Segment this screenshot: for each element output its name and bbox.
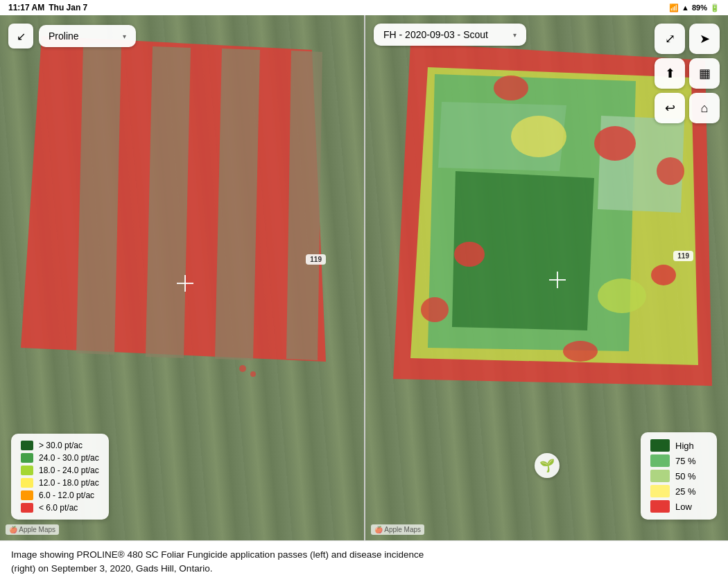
- svg-point-21: [511, 116, 566, 157]
- legend-right-item-1: High: [650, 439, 707, 452]
- legend-left: > 30.0 pt/ac 24.0 - 30.0 pt/ac 18.0 - 24…: [11, 434, 109, 520]
- legend-right-color-4: [650, 485, 670, 497]
- back-icon: ↙: [17, 30, 26, 43]
- scout-label: FH - 2020-09-03 - Scout: [383, 29, 488, 40]
- legend-item-6: < 6.0 pt/ac: [21, 503, 99, 513]
- legend-label-2: 24.0 - 30.0 pt/ac: [39, 453, 99, 463]
- back-layers-icon: ↩: [665, 100, 675, 116]
- battery-icon: 🔋: [710, 3, 720, 12]
- svg-point-22: [598, 278, 646, 313]
- layers-icon: ⬆: [665, 66, 675, 81]
- legend-right-label-1: High: [675, 441, 694, 451]
- time: 11:17 AM: [8, 3, 44, 12]
- legend-right-label-3: 50 %: [675, 471, 696, 481]
- status-bar: 11:17 AM Thu Jan 7 📶 ▲ 89% 🔋: [0, 0, 728, 15]
- legend-right-label-2: 75 %: [675, 456, 696, 466]
- chevron-down-icon: ▾: [123, 33, 126, 40]
- legend-label-1: > 30.0 pt/ac: [39, 441, 83, 450]
- legend-right-color-2: [650, 454, 670, 467]
- date: Thu Jan 7: [49, 3, 87, 12]
- fullscreen-button[interactable]: ⤢: [655, 24, 685, 54]
- legend-right-item-4: 25 %: [650, 485, 707, 497]
- chevron-down-icon-right: ▾: [513, 31, 517, 39]
- legend-color-5: [21, 490, 33, 500]
- battery-pct: 89%: [692, 3, 707, 12]
- crosshair-right: [549, 272, 566, 288]
- svg-point-20: [563, 341, 598, 362]
- maps-logo-right: 🍎: [374, 526, 383, 533]
- wifi-icon: ▲: [682, 3, 689, 12]
- legend-label-5: 6.0 - 12.0 pt/ac: [39, 490, 94, 500]
- svg-point-16: [651, 265, 676, 285]
- caption-bar: Image showing PROLINE® 480 SC Foliar Fun…: [0, 540, 728, 584]
- back-button[interactable]: ↙: [8, 24, 33, 48]
- legend-right-label-4: 25 %: [675, 486, 696, 497]
- maps-attribution-right: 🍎 Apple Maps: [371, 524, 424, 535]
- svg-point-7: [250, 371, 256, 377]
- legend-label-6: < 6.0 pt/ac: [39, 503, 78, 513]
- toolbar-row-3: ↩ ⌂: [655, 93, 720, 123]
- legend-right-item-5: Low: [650, 500, 707, 513]
- legend-item-2: 24.0 - 30.0 pt/ac: [21, 453, 99, 463]
- svg-point-6: [239, 365, 246, 372]
- proline-dropdown[interactable]: Proline ▾: [39, 25, 136, 47]
- left-field-overlay: [7, 29, 347, 403]
- legend-color-1: [21, 441, 33, 450]
- signal-icon: 📶: [669, 3, 679, 12]
- map-right[interactable]: FH - 2020-09-03 - Scout ▾ ⤢ ➤ ⬆ ▦: [364, 15, 728, 540]
- svg-marker-5: [286, 51, 322, 360]
- svg-marker-3: [146, 46, 191, 358]
- legend-right-label-5: Low: [675, 502, 692, 512]
- legend-color-2: [21, 453, 33, 463]
- navigate-button[interactable]: ➤: [689, 24, 720, 54]
- road-badge-right: 119: [673, 251, 693, 261]
- toolbar-row-2: ⬆ ▦: [655, 58, 720, 89]
- navigate-icon: ➤: [700, 31, 710, 46]
- svg-point-19: [421, 297, 449, 322]
- status-bar-left: 11:17 AM Thu Jan 7: [8, 3, 87, 12]
- legend-item-4: 12.0 - 18.0 pt/ac: [21, 478, 99, 488]
- grid-button[interactable]: ▦: [689, 58, 720, 89]
- grid-icon: ▦: [699, 66, 711, 81]
- fullscreen-icon: ⤢: [665, 31, 675, 46]
- legend-label-4: 12.0 - 18.0 pt/ac: [39, 478, 99, 488]
- scout-plant-icon: 🌱: [539, 458, 555, 473]
- legend-item-5: 6.0 - 12.0 pt/ac: [21, 490, 99, 500]
- maps-attribution-left: 🍎 Apple Maps: [6, 524, 59, 535]
- status-bar-right: 📶 ▲ 89% 🔋: [669, 3, 720, 12]
- maps-container: ↙ Proline ▾ 119 > 30.0 pt/ac 24.0 - 30.0…: [0, 15, 728, 540]
- road-badge-left: 119: [306, 254, 326, 265]
- legend-right-color-3: [650, 470, 670, 482]
- legend-right-color-5: [650, 500, 670, 513]
- legend-color-6: [21, 503, 33, 513]
- legend-right-color-1: [650, 439, 670, 452]
- map-header-left: ↙ Proline ▾: [8, 24, 356, 48]
- legend-item-3: 18.0 - 24.0 pt/ac: [21, 466, 99, 475]
- scout-button[interactable]: 🌱: [535, 453, 560, 478]
- svg-marker-4: [215, 48, 260, 360]
- legend-right-item-3: 50 %: [650, 470, 707, 482]
- crosshair-left: [177, 275, 193, 292]
- legend-color-4: [21, 478, 33, 488]
- svg-point-17: [494, 76, 528, 100]
- maps-logo-left: 🍎: [9, 526, 17, 533]
- layers-button[interactable]: ⬆: [655, 58, 685, 89]
- toolbar-row-1: ⤢ ➤: [655, 24, 720, 54]
- proline-label: Proline: [49, 30, 79, 42]
- map-left[interactable]: ↙ Proline ▾ 119 > 30.0 pt/ac 24.0 - 30.0…: [0, 15, 364, 540]
- scout-dropdown[interactable]: FH - 2020-09-03 - Scout ▾: [374, 24, 526, 46]
- legend-right-item-2: 75 %: [650, 454, 707, 467]
- legend-item-1: > 30.0 pt/ac: [21, 441, 99, 450]
- map-toolbar-right: ⤢ ➤ ⬆ ▦ ↩ ⌂: [655, 24, 720, 123]
- legend-right: High 75 % 50 % 25 % Low: [641, 432, 717, 520]
- caption-line1: Image showing PROLINE® 480 SC Foliar Fun…: [11, 549, 424, 560]
- svg-marker-2: [76, 43, 121, 355]
- legend-label-3: 18.0 - 24.0 pt/ac: [39, 466, 99, 475]
- svg-point-15: [454, 242, 485, 267]
- home-button[interactable]: ⌂: [689, 93, 720, 123]
- home-icon: ⌂: [701, 101, 709, 116]
- caption-line2: (right) on September 3, 2020, Gads Hill,…: [11, 563, 212, 574]
- svg-point-18: [657, 157, 684, 185]
- back-layers-button[interactable]: ↩: [655, 93, 685, 123]
- legend-color-3: [21, 466, 33, 475]
